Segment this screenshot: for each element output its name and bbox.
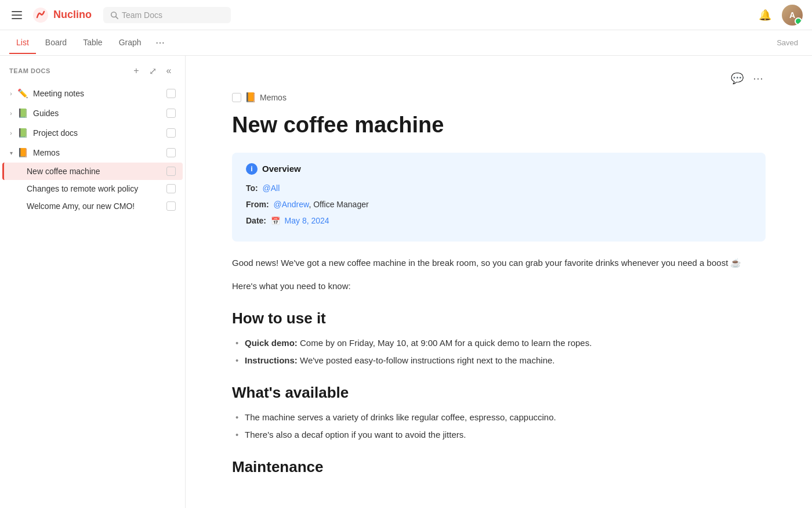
breadcrumb: 📙 Memos <box>232 92 766 103</box>
section-heading-whats-available: What's available <box>232 384 766 402</box>
section-heading-how-to-use: How to use it <box>232 309 766 327</box>
sidebar-item-new-coffee-machine[interactable]: New coffee machine <box>2 163 183 180</box>
sidebar-item-changes-remote-work[interactable]: Changes to remote work policy <box>2 180 183 197</box>
list-item-bold: Quick demo: <box>245 338 298 348</box>
saved-status: Saved <box>772 38 803 47</box>
sidebar-header: TEAM DOCS + ⤢ « <box>0 56 185 84</box>
overview-to-row: To: @All <box>246 182 752 194</box>
menu-button[interactable] <box>9 9 24 21</box>
svg-point-0 <box>33 8 48 23</box>
search-bar[interactable]: Team Docs <box>103 7 231 23</box>
doc-body: Good news! We've got a new coffee machin… <box>232 255 766 476</box>
main-layout: TEAM DOCS + ⤢ « › ✏️ Meeting notes › 📗 G… <box>0 56 812 508</box>
to-value[interactable]: @All <box>263 183 280 193</box>
guides-icon: 📗 <box>17 108 28 118</box>
intro-paragraph-2: Here's what you need to know: <box>232 279 766 294</box>
overview-header: i Overview <box>246 163 752 175</box>
whats-available-list: The machine serves a variety of drinks l… <box>232 410 766 442</box>
from-suffix: , Office Manager <box>309 200 368 209</box>
list-item: Quick demo: Come by on Friday, May 10, a… <box>232 336 766 351</box>
memos-icon: 📙 <box>17 147 28 158</box>
item-checkbox[interactable] <box>166 109 176 118</box>
expand-sidebar-button[interactable]: ⤢ <box>146 64 160 78</box>
sidebar-item-label: Memos <box>33 148 164 157</box>
sidebar: TEAM DOCS + ⤢ « › ✏️ Meeting notes › 📗 G… <box>0 56 186 508</box>
sidebar-title: TEAM DOCS <box>9 67 126 74</box>
content-topbar: 💬 ⋯ <box>232 70 766 87</box>
sidebar-item-project-docs[interactable]: › 📗 Project docs <box>2 123 183 143</box>
content-area: 💬 ⋯ 📙 Memos New coffee machine i Overvie… <box>186 56 812 508</box>
sidebar-sub-label: Changes to remote work policy <box>27 184 166 193</box>
breadcrumb-label: Memos <box>260 93 287 102</box>
date-label: Date: <box>246 216 266 225</box>
sidebar-item-meeting-notes[interactable]: › ✏️ Meeting notes <box>2 84 183 103</box>
doc-title: New coffee machine <box>232 112 766 139</box>
logo-text: Nuclino <box>53 9 92 21</box>
top-nav: Nuclino Team Docs 🔔 A <box>0 0 812 30</box>
item-checkbox[interactable] <box>166 184 176 193</box>
overview-date-row: Date: 📅 May 8, 2024 <box>246 214 752 228</box>
overview-title: Overview <box>262 164 301 174</box>
tab-graph[interactable]: Graph <box>112 32 148 54</box>
sidebar-item-guides[interactable]: › 📗 Guides <box>2 103 183 123</box>
from-value[interactable]: @Andrew <box>273 200 309 209</box>
overview-from-row: From: @Andrew, Office Manager <box>246 198 752 211</box>
sidebar-item-welcome-amy[interactable]: Welcome Amy, our new CMO! <box>2 197 183 215</box>
project-docs-icon: 📗 <box>17 128 28 138</box>
tabs-bar: List Board Table Graph ⋯ Saved <box>0 30 812 56</box>
sidebar-sub-label: New coffee machine <box>27 167 166 176</box>
chevron-right-icon: › <box>7 130 15 136</box>
more-options-button[interactable]: ⋯ <box>151 35 169 51</box>
sidebar-item-label: Guides <box>33 109 164 118</box>
to-label: To: <box>246 183 258 193</box>
list-item: There's also a decaf option if you want … <box>232 427 766 442</box>
svg-line-2 <box>116 16 118 19</box>
how-to-use-list: Quick demo: Come by on Friday, May 10, a… <box>232 336 766 368</box>
tab-board[interactable]: Board <box>38 32 74 54</box>
info-icon: i <box>246 163 258 175</box>
item-checkbox[interactable] <box>166 148 176 157</box>
overview-card: i Overview To: @All From: @Andrew, Offic… <box>232 153 766 242</box>
calendar-icon: 📅 <box>271 217 280 225</box>
logo[interactable]: Nuclino <box>31 6 92 24</box>
notification-bell[interactable]: 🔔 <box>755 5 775 25</box>
add-item-button[interactable]: + <box>129 64 143 78</box>
collapse-sidebar-button[interactable]: « <box>162 64 176 78</box>
item-checkbox[interactable] <box>166 167 176 176</box>
list-item: The machine serves a variety of drinks l… <box>232 410 766 425</box>
section-heading-maintenance: Maintenance <box>232 458 766 476</box>
from-label: From: <box>246 200 269 209</box>
intro-paragraph-1: Good news! We've got a new coffee machin… <box>232 255 766 271</box>
sidebar-item-memos[interactable]: ▾ 📙 Memos <box>2 143 183 163</box>
breadcrumb-folder-icon: 📙 <box>245 92 256 103</box>
meeting-notes-icon: ✏️ <box>17 88 28 99</box>
chevron-right-icon: › <box>7 91 15 97</box>
sidebar-sub-label: Welcome Amy, our new CMO! <box>27 201 166 211</box>
item-checkbox[interactable] <box>166 128 176 138</box>
list-item: Instructions: We've posted easy-to-follo… <box>232 353 766 368</box>
search-icon <box>110 11 118 19</box>
sidebar-item-label: Project docs <box>33 128 164 138</box>
date-value[interactable]: May 8, 2024 <box>285 216 329 225</box>
user-avatar[interactable]: A <box>782 5 803 26</box>
comment-button[interactable]: 💬 <box>728 70 746 87</box>
doc-checkbox[interactable] <box>232 93 241 102</box>
item-checkbox[interactable] <box>166 89 176 98</box>
chevron-right-icon: › <box>7 110 15 117</box>
item-checkbox[interactable] <box>166 201 176 211</box>
chevron-down-icon: ▾ <box>7 150 15 156</box>
sidebar-actions: + ⤢ « <box>129 64 176 78</box>
more-doc-options-button[interactable]: ⋯ <box>751 70 766 87</box>
tab-table[interactable]: Table <box>76 32 109 54</box>
list-item-bold: Instructions: <box>245 355 298 365</box>
tab-list[interactable]: List <box>9 32 36 54</box>
sidebar-item-label: Meeting notes <box>33 89 164 98</box>
search-placeholder: Team Docs <box>122 10 162 20</box>
